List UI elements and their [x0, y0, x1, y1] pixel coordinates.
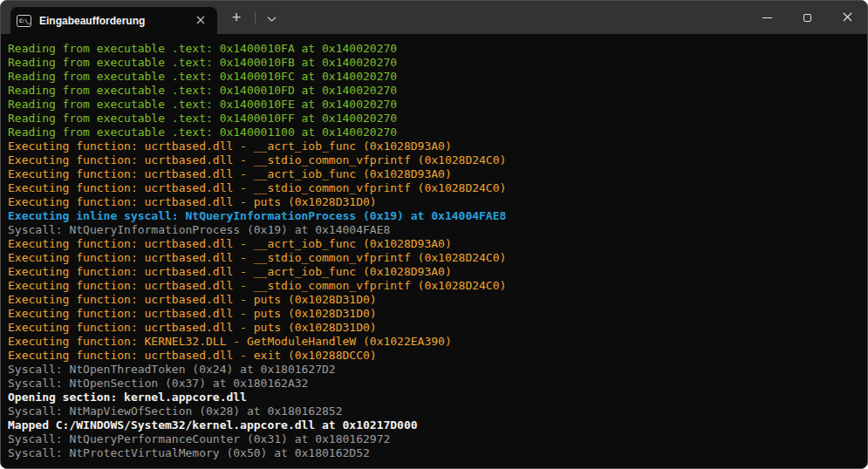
terminal-line: Executing function: ucrtbased.dll - puts… [8, 307, 860, 321]
terminal-line: Executing function: ucrtbased.dll - __st… [8, 153, 860, 167]
tabbar-divider [255, 11, 256, 24]
terminal-line: Syscall: NtQueryPerformanceCounter (0x31… [8, 432, 860, 446]
terminal-line: Reading from executable .text: 0x1400010… [8, 84, 860, 98]
terminal-line: Reading from executable .text: 0x1400010… [8, 98, 860, 112]
terminal-line: Reading from executable .text: 0x1400010… [8, 42, 860, 56]
titlebar[interactable]: C:\_ Eingabeaufforderung + [1, 1, 867, 34]
terminal-line: Executing function: ucrtbased.dll - __st… [8, 181, 860, 195]
terminal-line: Executing function: ucrtbased.dll - __st… [8, 279, 860, 293]
terminal-line: Mapped C:/WINDOWS/System32/kernel.appcor… [8, 418, 860, 432]
terminal-line: Executing function: ucrtbased.dll - __ac… [8, 265, 860, 279]
terminal-window: C:\_ Eingabeaufforderung + [0, 0, 868, 469]
tab-title: Eingabeaufforderung [39, 15, 145, 27]
cmd-icon: C:\_ [17, 15, 31, 27]
terminal-line: Syscall: NtProtectVirtualMemory (0x50) a… [8, 446, 860, 460]
cmd-icon-glyph: C:\_ [19, 18, 30, 24]
maximize-icon [803, 14, 811, 22]
terminal-line: Syscall: NtMapViewOfSection (0x28) at 0x… [8, 404, 860, 418]
terminal-line: Reading from executable .text: 0x1400010… [8, 56, 860, 70]
close-button[interactable] [827, 1, 867, 34]
terminal-line: Executing inline syscall: NtQueryInforma… [8, 209, 860, 223]
terminal-line: Opening section: kernel.appcore.dll [8, 391, 860, 404]
tab-eingabeaufforderung[interactable]: C:\_ Eingabeaufforderung [10, 7, 217, 34]
terminal-line: Executing function: ucrtbased.dll - __ac… [8, 237, 860, 251]
chevron-down-icon [267, 11, 277, 24]
terminal-line: Executing function: ucrtbased.dll - __ac… [8, 167, 860, 181]
terminal-line: Executing function: ucrtbased.dll - __st… [8, 251, 860, 265]
terminal-line: Reading from executable .text: 0x1400010… [8, 112, 860, 126]
terminal-line: Syscall: NtOpenThreadToken (0x24) at 0x1… [8, 363, 860, 377]
close-icon [196, 14, 205, 27]
terminal-line: Executing function: ucrtbased.dll - exit… [8, 349, 860, 363]
tab-dropdown-button[interactable] [259, 5, 284, 30]
minimize-icon [762, 17, 772, 18]
terminal-line: Syscall: NtQueryInformationProcess (0x19… [8, 223, 860, 237]
minimize-button[interactable] [747, 1, 787, 34]
tab-close-button[interactable] [191, 11, 210, 31]
terminal-line: Syscall: NtOpenSection (0x37) at 0x18016… [8, 377, 860, 391]
maximize-button[interactable] [787, 1, 827, 34]
close-icon [843, 11, 852, 24]
terminal-line: Executing function: ucrtbased.dll - puts… [8, 293, 860, 307]
new-tab-button[interactable]: + [224, 5, 249, 30]
terminal-line: Executing function: ucrtbased.dll - __ac… [8, 139, 860, 153]
terminal-line: Executing function: ucrtbased.dll - puts… [8, 195, 860, 209]
window-controls [747, 1, 867, 34]
terminal-line: Executing function: KERNEL32.DLL - GetMo… [8, 335, 860, 349]
terminal-line: Reading from executable .text: 0x1400010… [8, 70, 860, 84]
terminal-output[interactable]: Reading from executable .text: 0x1400010… [1, 34, 867, 468]
terminal-line: Executing function: ucrtbased.dll - puts… [8, 321, 860, 335]
terminal-line: Reading from executable .text: 0x1400011… [8, 126, 860, 139]
